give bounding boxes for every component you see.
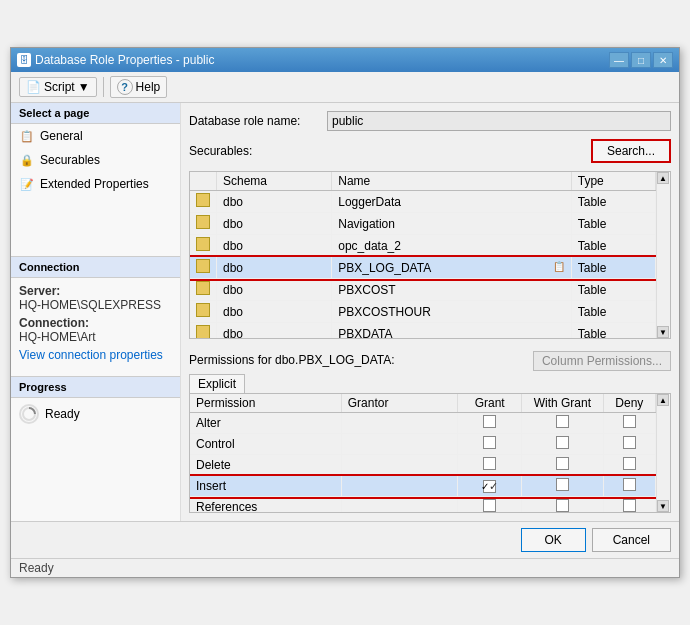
checkbox[interactable] [556,436,569,449]
perm-name: References [190,497,341,513]
checkbox[interactable] [623,478,636,491]
view-connection-link[interactable]: View connection properties [19,348,163,362]
permissions-table-row[interactable]: Delete [190,455,656,476]
perm-deny-cell [603,434,655,455]
scroll-down-btn[interactable]: ▼ [657,326,669,338]
row-type: Table [571,235,655,257]
row-icon-cell [190,191,217,213]
row-name: PBX_LOG_DATA 📋 [332,257,572,279]
close-button[interactable]: ✕ [653,52,673,68]
help-label: Help [136,80,161,94]
search-button[interactable]: Search... [591,139,671,163]
perm-with-grant-cell [522,497,603,513]
checkbox[interactable] [556,415,569,428]
permissions-table-row[interactable]: Alter [190,413,656,434]
perm-with-grant-cell [522,413,603,434]
row-name: opc_data_2 [332,235,572,257]
checkbox[interactable] [483,436,496,449]
db-role-row: Database role name: [189,111,671,131]
title-bar: 🗄 Database Role Properties - public — □ … [11,48,679,72]
securables-table-row[interactable]: dbo PBXCOST Table [190,279,656,301]
permissions-section: Permissions for dbo.PBX_LOG_DATA: Column… [189,351,671,513]
server-value: HQ-HOME\SQLEXPRESS [19,298,172,312]
window-icon: 🗄 [17,53,31,67]
db-role-input[interactable] [327,111,671,131]
progress-section-title: Progress [11,376,180,398]
permissions-header: Permissions for dbo.PBX_LOG_DATA: [189,353,395,367]
checkbox[interactable] [623,436,636,449]
securables-table-row[interactable]: dbo PBXDATA Table [190,323,656,339]
perm-grantor [341,476,457,497]
column-permissions-button[interactable]: Column Permissions... [533,351,671,371]
cancel-button[interactable]: Cancel [592,528,671,552]
checkbox[interactable] [623,457,636,470]
securables-table-row[interactable]: dbo LoggerData Table [190,191,656,213]
perm-deny-cell [603,497,655,513]
checkbox[interactable] [483,499,496,512]
sidebar-item-securables[interactable]: 🔒 Securables [11,148,180,172]
col-type: Type [571,172,655,191]
help-icon: ? [117,79,133,95]
perm-grant-cell [458,497,522,513]
row-type: Table [571,191,655,213]
row-icon-cell [190,323,217,339]
permissions-table-row[interactable]: References [190,497,656,513]
securables-table-row[interactable]: dbo Navigation Table [190,213,656,235]
row-type: Table [571,323,655,339]
server-info: Server: HQ-HOME\SQLEXPRESS Connection: H… [11,278,180,368]
row-icon-cell [190,279,217,301]
ok-button[interactable]: OK [521,528,586,552]
general-icon: 📋 [19,128,35,144]
securables-table-row[interactable]: dbo opc_data_2 Table [190,235,656,257]
connection-value: HQ-HOME\Art [19,330,172,344]
checkbox[interactable] [556,457,569,470]
perm-grant-cell [458,413,522,434]
explicit-tab[interactable]: Explicit [189,374,245,393]
server-label: Server: [19,284,60,298]
checkbox[interactable] [483,415,496,428]
checkbox[interactable]: ✓ [483,480,496,493]
securables-table-row[interactable]: dbo PBX_LOG_DATA 📋 Table [190,257,656,279]
minimize-button[interactable]: — [609,52,629,68]
row-schema: dbo [217,213,332,235]
securables-scrollbar[interactable]: ▲ ▼ [656,172,670,338]
maximize-button[interactable]: □ [631,52,651,68]
sidebar-item-general[interactable]: 📋 General [11,124,180,148]
row-name: LoggerData [332,191,572,213]
toolbar-separator [103,77,104,97]
checkbox[interactable] [623,415,636,428]
securables-table-row[interactable]: dbo PBXCOSTHOUR Table [190,301,656,323]
sidebar: Select a page 📋 General 🔒 Securables 📝 E… [11,103,181,521]
script-button[interactable]: 📄 Script ▼ [19,77,97,97]
perms-col-grantor: Grantor [341,394,457,413]
checkbox[interactable] [483,457,496,470]
perms-scrollbar[interactable]: ▲ ▼ [656,394,670,512]
row-schema: dbo [217,235,332,257]
connection-section-title: Connection [11,256,180,278]
window-title: Database Role Properties - public [35,53,214,67]
perm-with-grant-cell [522,455,603,476]
row-name: PBXCOSTHOUR [332,301,572,323]
perm-grant-cell [458,434,522,455]
script-dropdown-icon: ▼ [78,80,90,94]
row-icon-cell [190,213,217,235]
script-label: Script [44,80,75,94]
col-icon [190,172,217,191]
perm-grantor [341,455,457,476]
perms-col-deny: Deny [603,394,655,413]
sidebar-item-extended-properties[interactable]: 📝 Extended Properties [11,172,180,196]
row-type: Table [571,257,655,279]
scroll-up-btn[interactable]: ▲ [657,172,669,184]
checkbox[interactable] [556,478,569,491]
permissions-table-row[interactable]: Insert ✓ [190,476,656,497]
checkbox[interactable] [556,499,569,512]
col-name: Name [332,172,572,191]
perms-col-grant: Grant [458,394,522,413]
perm-grantor [341,497,457,513]
permissions-table-row[interactable]: Control [190,434,656,455]
perms-scroll-down-btn[interactable]: ▼ [657,500,669,512]
perms-scroll-up-btn[interactable]: ▲ [657,394,669,406]
perm-grantor [341,434,457,455]
help-button[interactable]: ? Help [110,76,168,98]
checkbox[interactable] [623,499,636,512]
